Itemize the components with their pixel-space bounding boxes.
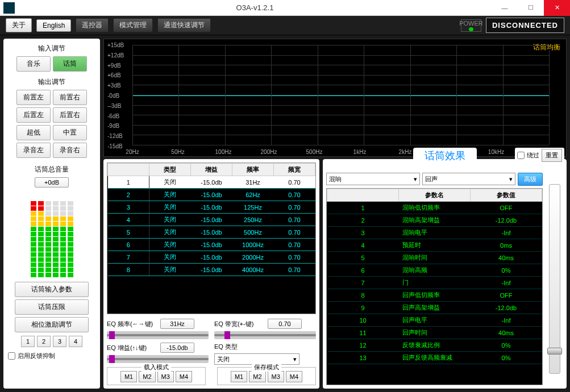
eq-row[interactable]: 4关闭-15.0db250Hz0.70 bbox=[108, 214, 315, 226]
effect-row[interactable]: 8回声低切频率OFF bbox=[327, 289, 542, 302]
effect-row[interactable]: 13回声反馈高频衰减0% bbox=[327, 352, 542, 364]
eq-row[interactable]: 1关闭-15.0db31Hz0.70 bbox=[108, 176, 315, 189]
english-button[interactable]: English bbox=[36, 19, 71, 32]
mic-total-vol-label: 话筒总音量 bbox=[7, 165, 97, 174]
effect-select-2[interactable]: 回声▾ bbox=[422, 173, 516, 185]
feedback-checkbox[interactable] bbox=[8, 352, 15, 360]
phase-exc-button[interactable]: 相位激励调节 bbox=[15, 317, 89, 332]
titlebar: O3A-v1.2.1 — ☐ ✕ bbox=[0, 0, 570, 16]
eq-freq-value: 31Hz bbox=[160, 319, 194, 329]
front-left-button[interactable]: 前置左 bbox=[16, 90, 51, 105]
eq-row[interactable]: 3关闭-15.0db125Hz0.70 bbox=[108, 201, 315, 214]
save-mode-label: 保存模式 bbox=[252, 363, 281, 372]
maximize-button[interactable]: ☐ bbox=[518, 0, 544, 16]
about-button[interactable]: 关于 bbox=[6, 18, 32, 32]
level-meters bbox=[7, 192, 97, 277]
eq-bw-label: EQ 带宽(+-键) bbox=[214, 320, 265, 328]
remote-button[interactable]: 遥控器 bbox=[76, 18, 109, 32]
eq-bw-slider[interactable] bbox=[214, 331, 316, 339]
advanced-button[interactable]: 高级 bbox=[518, 173, 543, 186]
effect-row[interactable]: 2混响高架增益-12.0db bbox=[327, 214, 542, 227]
effect-row[interactable]: 3混响电平-Inf bbox=[327, 227, 542, 239]
close-button[interactable]: ✕ bbox=[544, 0, 570, 16]
chevron-down-icon: ▾ bbox=[509, 176, 513, 183]
load-mode-M4[interactable]: M4 bbox=[176, 371, 192, 382]
mic-button[interactable]: 话筒 bbox=[53, 56, 87, 72]
effect-row[interactable]: 1混响低切频率OFF bbox=[327, 202, 542, 214]
effect-panel: 话筒效果 绕过 重置 混响▾ 回声▾ 高级 参数名参数值1混响低切频率OFF2混… bbox=[323, 159, 567, 389]
rear-right-button[interactable]: 后置右 bbox=[53, 107, 87, 123]
mode-mgmt-button[interactable]: 模式管理 bbox=[113, 18, 153, 32]
eq-table-panel: 类型增益频率频宽1关闭-15.0db31Hz0.702关闭-15.0db62Hz… bbox=[103, 159, 319, 389]
load-mode-M3[interactable]: M3 bbox=[157, 371, 174, 382]
power-indicator[interactable]: POWER bbox=[461, 19, 481, 32]
eq-bw-value: 0.70 bbox=[268, 319, 302, 329]
eq-gain-label: EQ 增益(↑↓键) bbox=[107, 344, 158, 352]
mic-comp-button[interactable]: 话筒压限 bbox=[15, 299, 89, 315]
toolbar: 关于 English 遥控器 模式管理 通道快速调节 POWER DISCONN… bbox=[0, 16, 570, 35]
rec-right-button[interactable]: 录音右 bbox=[53, 143, 87, 158]
effect-table[interactable]: 参数名参数值1混响低切频率OFF2混响高架增益-12.0db3混响电平-Inf4… bbox=[326, 188, 543, 385]
load-mode-label: 载入模式 bbox=[142, 363, 171, 372]
rec-left-button[interactable]: 录音左 bbox=[16, 143, 51, 158]
eq-table[interactable]: 类型增益频率频宽1关闭-15.0db31Hz0.702关闭-15.0db62Hz… bbox=[107, 162, 316, 314]
eq-row[interactable]: 5关闭-15.0db500Hz0.70 bbox=[108, 226, 315, 239]
music-button[interactable]: 音乐 bbox=[16, 56, 51, 72]
effect-select-1[interactable]: 混响▾ bbox=[326, 173, 420, 185]
effect-title: 话筒效果 bbox=[413, 148, 477, 164]
eq-gain-value: -15.0db bbox=[160, 343, 194, 353]
sub-button[interactable]: 超低 bbox=[16, 125, 51, 140]
eq-row[interactable]: 2关闭-15.0db62Hz0.70 bbox=[108, 189, 315, 201]
window-title: O3A-v1.2.1 bbox=[18, 3, 492, 12]
num-button-4[interactable]: 4 bbox=[69, 336, 82, 347]
num-button-3[interactable]: 3 bbox=[53, 336, 66, 347]
load-mode-M1[interactable]: M1 bbox=[120, 371, 137, 382]
bypass-checkbox[interactable] bbox=[517, 152, 525, 159]
output-adjust-label: 输出调节 bbox=[7, 77, 97, 87]
effect-row[interactable]: 4预延时0ms bbox=[327, 239, 542, 252]
input-adjust-label: 输入调节 bbox=[7, 44, 97, 53]
effect-row[interactable]: 11回声时间40ms bbox=[327, 327, 542, 339]
disconnected-button[interactable]: DISCONNECTED bbox=[486, 18, 564, 33]
mic-input-params-button[interactable]: 话筒输入参数 bbox=[15, 282, 89, 297]
eq-row[interactable]: 7关闭-15.0db2000Hz0.70 bbox=[108, 251, 315, 264]
eq-row[interactable]: 6关闭-15.0db1000Hz0.70 bbox=[108, 239, 315, 251]
num-button-1[interactable]: 1 bbox=[21, 336, 35, 347]
eq-freq-label: EQ 频率(←→键) bbox=[107, 320, 158, 328]
power-led-icon bbox=[469, 27, 473, 31]
eq-freq-slider[interactable] bbox=[107, 331, 209, 339]
channel-quick-button[interactable]: 通道快速调节 bbox=[157, 18, 211, 32]
eq-row[interactable]: 8关闭-15.0db4000Hz0.70 bbox=[108, 264, 315, 276]
load-mode-M2[interactable]: M2 bbox=[139, 371, 155, 382]
chevron-down-icon: ▾ bbox=[293, 356, 297, 363]
effect-row[interactable]: 12反馈衰减比例0% bbox=[327, 339, 542, 352]
minimize-button[interactable]: — bbox=[492, 0, 518, 16]
effect-vslider[interactable] bbox=[549, 184, 560, 374]
effect-row[interactable]: 9回声高架增益-12.0db bbox=[327, 302, 542, 314]
app-icon bbox=[3, 2, 15, 14]
save-mode-M4[interactable]: M4 bbox=[286, 371, 302, 382]
eq-graph: 话筒均衡 +15dB+12dB+9dB+6dB+3dB-0dB--3dB-6dB… bbox=[103, 39, 567, 157]
bypass-label: 绕过 bbox=[527, 151, 539, 160]
volume-display: +0dB bbox=[35, 177, 69, 187]
save-mode-M2[interactable]: M2 bbox=[249, 371, 265, 382]
effect-row[interactable]: 5混响时间40ms bbox=[327, 252, 542, 264]
effect-row[interactable]: 10回声电平-Inf bbox=[327, 314, 542, 327]
center-button[interactable]: 中置 bbox=[53, 125, 87, 140]
num-button-2[interactable]: 2 bbox=[37, 336, 51, 347]
eq-type-label: EQ 类型 bbox=[214, 343, 265, 351]
left-panel: 输入调节 音乐 话筒 输出调节 前置左前置右 后置左后置右 超低中置 录音左录音… bbox=[3, 39, 100, 389]
effect-row[interactable]: 6混响高频0% bbox=[327, 264, 542, 277]
rear-left-button[interactable]: 后置左 bbox=[16, 107, 51, 123]
save-mode-M1[interactable]: M1 bbox=[231, 371, 247, 382]
front-right-button[interactable]: 前置右 bbox=[53, 90, 87, 105]
chevron-down-icon: ▾ bbox=[414, 176, 417, 183]
save-mode-M3[interactable]: M3 bbox=[268, 371, 284, 382]
eq-gain-slider[interactable] bbox=[107, 355, 209, 363]
effect-row[interactable]: 7门-Inf bbox=[327, 277, 542, 289]
reset-button[interactable]: 重置 bbox=[542, 149, 562, 162]
feedback-label: 启用反馈抑制 bbox=[18, 352, 55, 360]
